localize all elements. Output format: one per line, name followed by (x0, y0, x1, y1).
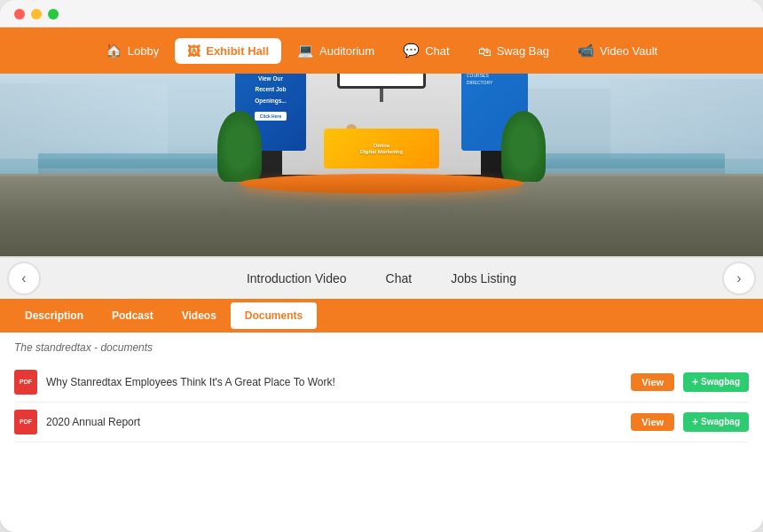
section-tabs: Introduction Video Chat Jobs Listing (48, 268, 715, 289)
tag-label-2: Swagbag (701, 417, 740, 426)
tab-chat[interactable]: Chat (384, 268, 414, 289)
booth-container: View Our Recent Job Openings... Click He… (231, 74, 532, 186)
tag-plus-1: + (692, 376, 698, 388)
pdf-label-1: PDF (20, 379, 32, 385)
document-row-1: PDF Why Stanredtax Employees Think It's … (14, 363, 749, 403)
next-arrow-icon: › (736, 270, 741, 286)
content-tabs: Description Podcast Videos Documents (0, 299, 763, 332)
nav-exhibit-label: Exhibit Hall (206, 44, 269, 58)
bottom-panel-text2: Digital Marketing (360, 149, 403, 154)
bottom-panel-text1: Online (374, 143, 390, 148)
nav-item-lobby[interactable]: 🏠 Lobby (93, 37, 171, 64)
nav-swag-label: Swag Bag (497, 44, 549, 58)
plant-right (501, 111, 546, 182)
tag-btn-2[interactable]: + Swagbag (683, 412, 749, 432)
document-row-2: PDF 2020 Annual Report View + Swagbag (14, 403, 749, 442)
dot-red[interactable] (14, 9, 25, 20)
chat-icon: 💬 (403, 43, 420, 59)
left-panel-btn[interactable]: Click Here (255, 112, 287, 121)
documents-section: The standredtax - documents PDF Why Stan… (0, 332, 763, 533)
tag-label-1: Swagbag (701, 377, 740, 387)
swag-icon: 🛍 (478, 43, 492, 59)
home-icon: 🏠 (106, 43, 122, 59)
dot-yellow[interactable] (31, 9, 42, 20)
nav-item-chat[interactable]: 💬 Chat (390, 37, 461, 64)
nav-item-exhibit-hall[interactable]: 🖼 Exhibit Hall (175, 38, 281, 64)
left-panel-text3: Openings... (255, 98, 286, 105)
left-panel-text1: View Our (258, 75, 283, 82)
booth-arch: View Our Recent Job Openings... Click He… (231, 74, 532, 186)
right-panel-item4: DIRECTORY (467, 79, 523, 86)
video-icon: 📹 (578, 43, 594, 59)
monitor-stand (380, 89, 383, 102)
browser-chrome (0, 0, 763, 27)
tab-jobs-listing[interactable]: Jobs Listing (449, 268, 518, 289)
tab-videos[interactable]: Videos (168, 302, 231, 329)
plant-left (217, 111, 262, 182)
prev-arrow[interactable]: ‹ (7, 262, 41, 295)
documents-header: The standredtax - documents (14, 341, 749, 354)
view-btn-1[interactable]: View (631, 373, 674, 391)
tag-btn-1[interactable]: + Swagbag (683, 372, 749, 392)
doc-title-1: Why Stanredtax Employees Think It's A Gr… (46, 376, 622, 388)
tab-intro-video[interactable]: Introduction Video (245, 268, 349, 289)
nav-bar: 🏠 Lobby 🖼 Exhibit Hall 💻 Auditorium 💬 Ch… (0, 27, 763, 74)
pdf-icon-2: PDF (14, 410, 37, 434)
left-panel-text2: Recent Job (255, 86, 286, 93)
section-nav-bar: ‹ Introduction Video Chat Jobs Listing › (0, 256, 763, 299)
doc-title-2: 2020 Annual Report (46, 416, 622, 428)
pdf-icon-1: PDF (14, 370, 37, 395)
nav-video-label: Video Vault (600, 44, 657, 58)
nav-lobby-label: Lobby (128, 44, 159, 58)
app-container: 🏠 Lobby 🖼 Exhibit Hall 💻 Auditorium 💬 Ch… (0, 27, 763, 532)
exhibit-icon: 🖼 (187, 43, 201, 59)
tab-documents[interactable]: Documents (231, 302, 317, 329)
nav-auditorium-label: Auditorium (319, 44, 374, 58)
exhibit-area: View Our Recent Job Openings... Click He… (0, 74, 763, 256)
tab-podcast[interactable]: Podcast (98, 302, 168, 329)
browser-window: 🏠 Lobby 🖼 Exhibit Hall 💻 Auditorium 💬 Ch… (0, 0, 763, 532)
bottom-panel: Online Digital Marketing (324, 129, 439, 168)
main-monitor: Stanredtax (337, 74, 426, 89)
tag-plus-2: + (692, 416, 698, 428)
auditorium-icon: 💻 (297, 43, 314, 59)
nav-item-auditorium[interactable]: 💻 Auditorium (285, 37, 387, 64)
building-right (610, 79, 763, 159)
view-btn-2[interactable]: View (631, 413, 674, 431)
building-left (0, 83, 168, 159)
prev-arrow-icon: ‹ (21, 270, 26, 286)
nav-item-video-vault[interactable]: 📹 Video Vault (565, 37, 670, 64)
tab-description[interactable]: Description (11, 302, 98, 329)
dot-green[interactable] (48, 9, 59, 20)
pdf-label-2: PDF (20, 419, 32, 425)
oval-base (240, 174, 523, 193)
next-arrow[interactable]: › (722, 262, 756, 295)
nav-chat-label: Chat (425, 44, 449, 58)
nav-item-swag-bag[interactable]: 🛍 Swag Bag (466, 38, 562, 64)
